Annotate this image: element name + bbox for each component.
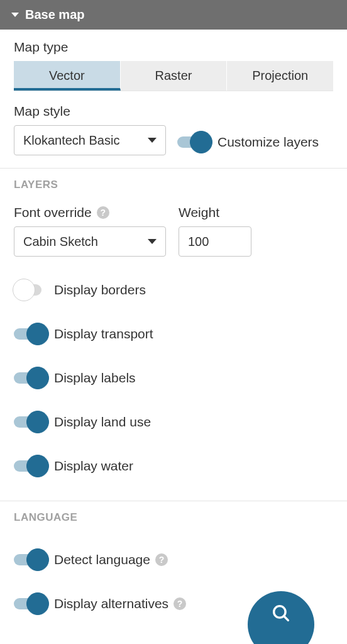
display-transport-toggle[interactable] xyxy=(14,326,47,341)
chevron-down-icon xyxy=(148,138,157,143)
font-override-select[interactable]: Cabin Sketch xyxy=(14,226,166,257)
display-water-label: Display water xyxy=(54,458,133,474)
weight-value: 100 xyxy=(188,235,209,249)
display-land-use-label: Display land use xyxy=(54,414,151,430)
detect-language-toggle[interactable] xyxy=(14,552,47,567)
list-item: Display transport xyxy=(14,312,333,356)
detect-language-label: Detect language ? xyxy=(54,552,168,567)
list-item: Display labels xyxy=(14,356,333,400)
layer-toggle-list: Display borders Display transport Displa… xyxy=(14,268,333,488)
svg-line-1 xyxy=(284,616,289,621)
display-borders-toggle[interactable] xyxy=(14,282,47,297)
list-item: Display borders xyxy=(14,268,333,312)
panel-header[interactable]: Base map xyxy=(0,0,347,30)
list-item: Detect language ? xyxy=(14,538,333,582)
display-land-use-toggle[interactable] xyxy=(14,414,47,430)
map-type-label: Map type xyxy=(14,40,333,55)
map-type-tabs: Vector Raster Projection xyxy=(14,61,333,91)
display-alternatives-label-text: Display alternatives xyxy=(54,596,168,611)
font-override-label-text: Font override xyxy=(14,205,92,220)
map-style-value: Klokantech Basic xyxy=(23,133,119,148)
chevron-down-icon xyxy=(148,239,157,244)
detect-language-label-text: Detect language xyxy=(54,552,150,567)
help-icon[interactable]: ? xyxy=(97,206,109,219)
tab-vector[interactable]: Vector xyxy=(14,61,121,91)
list-item: Display water xyxy=(14,444,333,488)
customize-layers-label: Customize layers xyxy=(218,135,319,150)
weight-label: Weight xyxy=(179,205,251,220)
display-borders-label: Display borders xyxy=(54,282,146,297)
help-icon[interactable]: ? xyxy=(155,553,168,566)
display-labels-toggle[interactable] xyxy=(14,370,47,386)
search-icon xyxy=(270,602,292,624)
layers-heading: Layers xyxy=(14,179,333,191)
customize-layers-toggle[interactable] xyxy=(177,135,210,150)
font-override-value: Cabin Sketch xyxy=(23,235,98,249)
map-style-label: Map style xyxy=(14,104,333,119)
font-override-label: Font override ? xyxy=(14,205,166,220)
language-heading: Language xyxy=(14,511,333,524)
list-item: Display land use xyxy=(14,400,333,444)
display-labels-label: Display labels xyxy=(54,370,136,386)
display-alternatives-label: Display alternatives ? xyxy=(54,596,186,611)
panel-title: Base map xyxy=(25,8,85,22)
help-icon[interactable]: ? xyxy=(174,597,186,610)
map-type-section: Map type Vector Raster Projection xyxy=(0,30,347,104)
tab-projection[interactable]: Projection xyxy=(227,61,333,91)
weight-input[interactable]: 100 xyxy=(179,226,251,257)
display-alternatives-toggle[interactable] xyxy=(14,596,47,611)
map-style-section: Map style Klokantech Basic Customize lay… xyxy=(0,104,347,168)
display-water-toggle[interactable] xyxy=(14,458,47,474)
chevron-down-icon xyxy=(11,13,19,17)
tab-raster[interactable]: Raster xyxy=(121,61,228,91)
map-style-select[interactable]: Klokantech Basic xyxy=(14,125,166,155)
layers-section: Layers Font override ? Cabin Sketch Weig… xyxy=(0,169,347,501)
display-transport-label: Display transport xyxy=(54,326,153,341)
